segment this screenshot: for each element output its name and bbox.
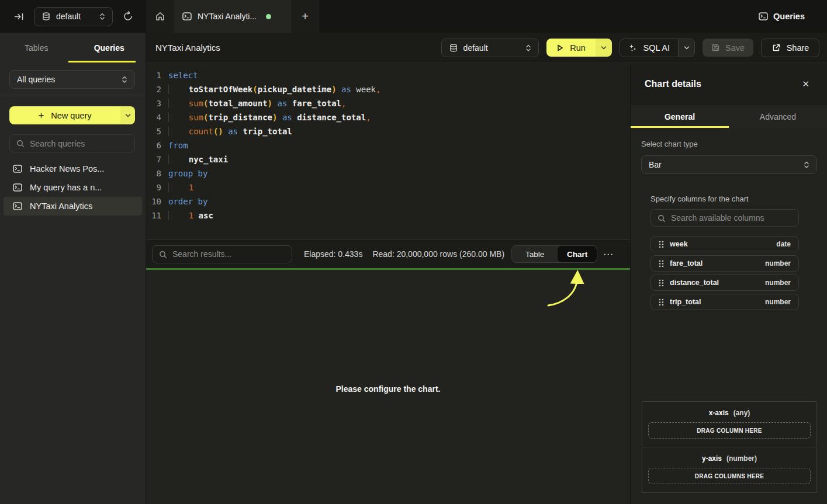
y-axis-section: y-axis (number) DRAG COLUMNS HERE: [642, 447, 816, 492]
line-number: 10: [146, 194, 161, 208]
query-search-input[interactable]: Search queries: [9, 134, 135, 152]
clickhouse-sql-console: default NYTaxi Analyti... + Queries: [0, 0, 827, 504]
column-type: number: [765, 298, 791, 306]
axis-configuration: x-axis (any) DRAG COLUMN HERE y-axis (nu…: [642, 401, 817, 493]
line-number: 1: [146, 68, 161, 82]
share-button[interactable]: Share: [761, 39, 819, 57]
topbar-database-selector[interactable]: default: [34, 7, 113, 26]
run-button-label: Run: [570, 43, 586, 53]
panel-tab-general[interactable]: General: [631, 105, 729, 128]
columns-group: Specify columns for the chart Search ava…: [650, 194, 799, 310]
x-axis-drop-zone[interactable]: DRAG COLUMN HERE: [648, 422, 811, 439]
queries-icon: [759, 12, 768, 21]
code-line: 9 1: [146, 180, 630, 194]
run-options-dropdown[interactable]: [596, 39, 612, 57]
tab-status-dot: [266, 14, 271, 19]
search-icon: [16, 140, 24, 147]
query-item-label: Hacker News Pos...: [30, 164, 104, 173]
column-type: date: [776, 240, 791, 248]
new-query-main[interactable]: + New query: [9, 106, 120, 124]
y-axis-title: y-axis (number): [648, 454, 811, 463]
sidebar-tab-queries[interactable]: Queries: [73, 33, 146, 63]
column-chip-fare-total[interactable]: fare_total number: [650, 255, 799, 272]
y-axis-drop-zone[interactable]: DRAG COLUMNS HERE: [648, 468, 811, 484]
annotation-arrow: [544, 270, 590, 311]
x-axis-type: (any): [733, 409, 750, 417]
database-icon: [41, 12, 51, 21]
sql-ai-main[interactable]: SQL AI: [620, 39, 678, 57]
save-icon: [711, 43, 720, 52]
chart-empty-message: Please configure the chart.: [146, 384, 630, 394]
search-icon: [159, 251, 167, 258]
column-chip-trip-total[interactable]: trip_total number: [650, 294, 799, 310]
toolbar-actions: default Run SQL AI: [441, 39, 827, 57]
console-icon: [13, 183, 22, 192]
query-filter-select[interactable]: All queries: [9, 70, 135, 89]
panel-tab-advanced[interactable]: Advanced: [729, 105, 827, 128]
query-item-label: NYTaxi Analytics: [30, 201, 92, 211]
code-line: 7 nyc_taxi: [146, 152, 630, 166]
y-axis-type: (number): [726, 454, 757, 463]
column-chip-distance-total[interactable]: distance_total number: [650, 274, 799, 291]
new-query-dropdown[interactable]: [120, 106, 135, 124]
query-list-item-hacker-news[interactable]: Hacker News Pos...: [4, 159, 142, 178]
tab-strip: NYTaxi Analyti... +: [146, 0, 319, 33]
queries-button[interactable]: Queries: [759, 12, 805, 21]
console-icon: [13, 164, 22, 173]
results-more-menu[interactable]: ⋯: [603, 249, 613, 259]
close-icon[interactable]: ✕: [802, 79, 809, 89]
code-lines: 1select2 toStartOfWeek(pickup_datetime) …: [146, 68, 630, 223]
code-line: 3 sum(total_amount) as fare_total,: [146, 96, 630, 110]
column-name: fare_total: [670, 259, 703, 267]
line-number: 11: [146, 208, 161, 223]
refresh-icon[interactable]: [123, 11, 133, 22]
run-button[interactable]: Run: [546, 39, 612, 57]
sql-ai-dropdown[interactable]: [678, 39, 694, 57]
column-name: trip_total: [670, 298, 701, 306]
console-tab-icon: [182, 12, 192, 21]
topbar-left-group: default: [0, 7, 133, 26]
line-number: 4: [146, 110, 161, 124]
home-button[interactable]: [146, 0, 174, 33]
collapse-sidebar-icon[interactable]: [14, 12, 24, 22]
chevron-down-icon: [125, 113, 131, 118]
view-tab-table[interactable]: Table: [512, 246, 558, 262]
code-line: 11 1 asc: [146, 208, 630, 223]
sidebar-tabs: Tables Queries: [0, 33, 146, 63]
view-tab-chart[interactable]: Chart: [558, 246, 597, 262]
query-list-item-nytaxi-analytics[interactable]: NYTaxi Analytics: [4, 197, 142, 215]
line-number: 2: [146, 82, 161, 96]
toolbar-database-selector[interactable]: default: [441, 39, 539, 57]
results-search-placeholder: Search results...: [172, 249, 231, 259]
new-query-button[interactable]: + New query: [9, 106, 135, 124]
columns-search-input[interactable]: Search available columns: [650, 209, 799, 227]
columns-label: Specify columns for the chart: [650, 194, 799, 203]
search-icon: [658, 214, 665, 222]
column-chip-week[interactable]: week date: [650, 236, 799, 252]
line-number: 8: [146, 166, 161, 180]
new-tab-button[interactable]: +: [291, 0, 319, 33]
chevron-updown-icon: [99, 12, 105, 20]
query-list: Hacker News Pos... My query has a n... N…: [0, 159, 146, 215]
topbar-right-group: Queries: [759, 12, 827, 21]
chevron-updown-icon: [525, 44, 531, 52]
save-button[interactable]: Save: [703, 39, 753, 57]
drag-handle-icon: [659, 241, 664, 248]
sql-editor[interactable]: 1select2 toStartOfWeek(pickup_datetime) …: [146, 63, 630, 239]
chevron-updown-icon: [122, 75, 127, 84]
database-icon: [449, 43, 458, 53]
plus-icon: +: [38, 110, 44, 121]
run-button-main[interactable]: Run: [546, 39, 596, 57]
sidebar-tab-tables[interactable]: Tables: [0, 33, 73, 63]
tab-nytaxi-analytics[interactable]: NYTaxi Analyti...: [174, 0, 291, 33]
query-filter-value: All queries: [17, 75, 116, 84]
drag-handle-icon: [659, 298, 664, 306]
chart-type-select[interactable]: Bar: [641, 155, 817, 174]
code-line: 2 toStartOfWeek(pickup_datetime) as week…: [146, 82, 630, 96]
sql-ai-button[interactable]: SQL AI: [620, 39, 695, 57]
query-list-item-my-query[interactable]: My query has a n...: [4, 178, 142, 197]
column-name: week: [670, 240, 688, 248]
results-search-input[interactable]: Search results...: [152, 245, 292, 263]
drag-handle-icon: [659, 279, 664, 287]
code-line: 10order by: [146, 194, 630, 208]
